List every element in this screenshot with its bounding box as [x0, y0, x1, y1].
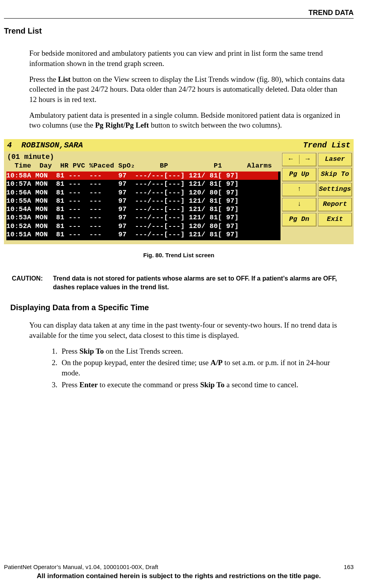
- header-rule: [4, 18, 354, 19]
- bold-text: Enter: [79, 381, 98, 389]
- footer-disclaimer: All information contained herein is subj…: [4, 572, 354, 581]
- text: Press: [62, 381, 79, 389]
- text: button on the View screen to display the…: [29, 75, 345, 104]
- arrow-down-button[interactable]: ↓: [282, 198, 316, 211]
- interval-label: (01 minute): [6, 152, 281, 162]
- subsection-paragraph: You can display data taken at any time i…: [29, 320, 346, 340]
- text: a second time to cancel.: [224, 381, 298, 389]
- table-row: 10:55A MON 81 --- --- 97 ---/---[---] 12…: [6, 197, 278, 205]
- steps-list: Press Skip To on the List Trends screen.…: [29, 346, 346, 390]
- page-number: 163: [344, 563, 354, 571]
- exit-button[interactable]: Exit: [318, 213, 352, 226]
- skip-to-button[interactable]: Skip To: [318, 168, 352, 181]
- text: On the popup keypad, enter the desired t…: [62, 358, 211, 367]
- button-panel: ← → Laser Pg Up Skip To ↑ Settings ↓ Rep…: [281, 151, 354, 244]
- bed-number: 4: [7, 141, 12, 150]
- paragraph-1: For bedside monitored and ambulatory pat…: [29, 48, 346, 68]
- report-button[interactable]: Report: [318, 198, 352, 211]
- laser-button[interactable]: Laser: [318, 153, 352, 166]
- figure-caption: Fig. 80. Trend List screen: [4, 251, 354, 259]
- pg-up-button[interactable]: Pg Up: [282, 168, 316, 181]
- bold-text: Skip To: [200, 381, 224, 389]
- arrow-lr-buttons[interactable]: ← →: [282, 153, 316, 166]
- text: on the List Trends screen.: [104, 347, 183, 355]
- trend-list-screen: 4 ROBINSON,SARA Trend List (01 minute) T…: [4, 139, 354, 244]
- figure-80: 4 ROBINSON,SARA Trend List (01 minute) T…: [4, 139, 354, 259]
- caution-text: Trend data is not stored for patients wh…: [53, 274, 354, 291]
- text: Press the: [29, 75, 58, 83]
- section-title: Trend List: [4, 26, 354, 36]
- trend-table: 10:58A MON 81 --- --- 97 ---/---[---] 12…: [6, 172, 281, 240]
- step-2: On the popup keypad, enter the desired t…: [59, 358, 346, 378]
- text: to execute the command or press: [98, 381, 200, 389]
- arrow-up-button[interactable]: ↑: [282, 183, 316, 196]
- bold-text: Skip To: [79, 347, 104, 355]
- pg-dn-button[interactable]: Pg Dn: [282, 213, 316, 226]
- column-headers: Time Day HR PVC %Paced SpO₂ BP P1 Alarms: [6, 162, 281, 171]
- screen-titlebar: 4 ROBINSON,SARA Trend List: [4, 139, 354, 151]
- table-row: 10:54A MON 81 --- --- 97 ---/---[---] 12…: [6, 205, 278, 213]
- bold-text: A/P: [211, 358, 223, 367]
- arrow-right-button[interactable]: →: [299, 155, 316, 164]
- paragraph-3: Ambulatory patient data is presented in …: [29, 110, 346, 130]
- bold-text: List: [58, 75, 71, 83]
- table-row: 10:58A MON 81 --- --- 97 ---/---[---] 12…: [6, 172, 278, 180]
- text: button to switch between the two columns…: [149, 121, 282, 129]
- bold-text: Pg Right/Pg Left: [95, 121, 149, 129]
- subsection-body: You can display data taken at any time i…: [29, 320, 346, 390]
- body-text: For bedside monitored and ambulatory pat…: [29, 48, 346, 130]
- page-header-category: TREND DATA: [4, 8, 354, 17]
- trend-panel: (01 minute) Time Day HR PVC %Paced SpO₂ …: [4, 151, 281, 244]
- paragraph-2: Press the List button on the View screen…: [29, 74, 346, 105]
- table-row: 10:56A MON 81 --- --- 97 ---/---[---] 12…: [6, 188, 278, 197]
- caution-block: CAUTION: Trend data is not stored for pa…: [12, 274, 354, 291]
- screen-name: Trend List: [303, 140, 350, 151]
- patient-id: 4 ROBINSON,SARA: [7, 140, 83, 151]
- patient-name: ROBINSON,SARA: [21, 141, 83, 150]
- text: Press: [62, 347, 79, 355]
- table-row: 10:57A MON 81 --- --- 97 ---/---[---] 12…: [6, 180, 278, 188]
- table-row: 10:53A MON 81 --- --- 97 ---/---[---] 12…: [6, 213, 278, 222]
- subsection-title: Displaying Data from a Specific Time: [10, 302, 354, 313]
- footer-left: PatientNet Operator’s Manual, v1.04, 100…: [4, 563, 158, 571]
- settings-button[interactable]: Settings: [318, 183, 352, 196]
- table-row: 10:52A MON 81 --- --- 97 ---/---[---] 12…: [6, 222, 278, 230]
- step-1: Press Skip To on the List Trends screen.: [59, 346, 346, 356]
- caution-label: CAUTION:: [12, 274, 53, 291]
- arrow-left-button[interactable]: ←: [282, 155, 299, 164]
- table-row: 10:51A MON 81 --- --- 97 ---/---[---] 12…: [6, 230, 278, 239]
- step-3: Press Enter to execute the command or pr…: [59, 380, 346, 390]
- page-footer: PatientNet Operator’s Manual, v1.04, 100…: [4, 563, 354, 581]
